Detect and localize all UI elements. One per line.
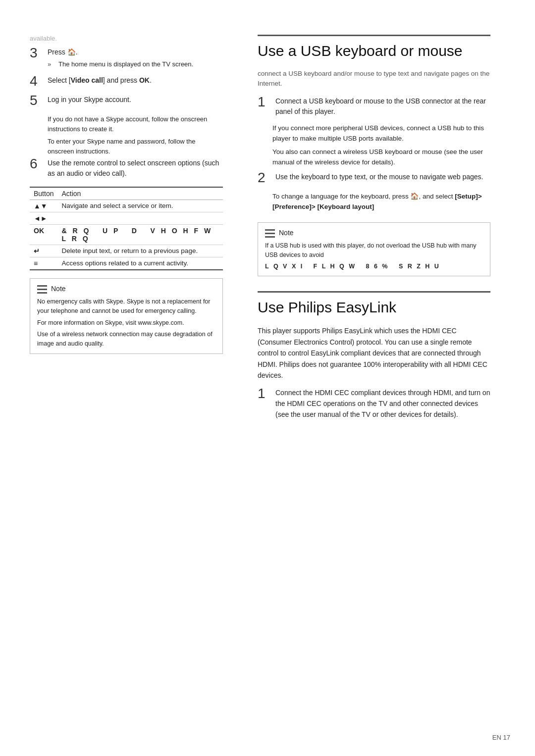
step-3-content: Press 🏠. » The home menu is displayed on… [48, 47, 223, 69]
table-cell-action: Access options related to a current acti… [57, 257, 223, 270]
table-row: ↵ Delete input text, or return to a prev… [30, 245, 223, 257]
table-cell-action: Delete input text, or return to a previo… [57, 245, 223, 257]
home-icon-2: 🏠 [410, 191, 419, 202]
usb-step-1-indent-1: If you connect more peripheral USB devic… [272, 123, 490, 144]
step-6-content: Use the remote control to select onscree… [48, 158, 223, 179]
table-cell-button: ◄► [30, 212, 57, 225]
step-5: 5 Log in your Skype account. [30, 95, 223, 108]
table-cell-button: ≡ [30, 257, 57, 270]
left-column: available. 3 Press 🏠. » The home menu is… [0, 20, 238, 736]
step-5-content: Log in your Skype account. [48, 95, 223, 105]
sub-bullet-arrow: » [48, 59, 58, 69]
step-4: 4 Select [Video call] and press OK. [30, 75, 223, 89]
step-6: 6 Use the remote control to select onscr… [30, 158, 223, 179]
table-cell-action: & R Q U P D V H O H F W L R Q [57, 225, 223, 245]
table-cell-button: ▲▼ [30, 200, 57, 212]
note-label: Note [51, 284, 66, 294]
easylink-intro: This player supports Philips EasyLink wh… [258, 325, 490, 381]
table-cell-button: ↵ [30, 245, 57, 257]
step-3-subbullet: » The home menu is displayed on the TV s… [48, 59, 223, 69]
usb-step-2-indent-1: To change a language for the keyboard, p… [272, 191, 490, 212]
note-line-3: Use of a wireless network connection may… [37, 330, 215, 349]
step-5-indent-1: If you do not have a Skype account, foll… [48, 114, 223, 134]
page: available. 3 Press 🏠. » The home menu is… [0, 0, 535, 756]
footer-text: EN 17 [492, 734, 510, 741]
usb-intro: connect a USB keyboard and/or mouse to t… [258, 69, 490, 89]
faded-available: available. [30, 35, 223, 42]
table-cell-action [57, 212, 223, 225]
table-cell-action: Navigate and select a service or item. [57, 200, 223, 212]
usb-step-1-indent-2: You also can connect a wireless USB keyb… [272, 147, 490, 168]
note-header: Note [37, 284, 215, 294]
step-3-number: 3 [30, 46, 48, 61]
note-icon [37, 285, 47, 293]
easylink-step-1-number: 1 [258, 386, 275, 402]
step-4-number: 4 [30, 74, 48, 89]
easylink-title: Use Philips EasyLink [258, 291, 490, 316]
right-note-line-2: L Q V X I F L H Q W 8 6 % S R Z H U [265, 262, 483, 271]
step-5-number: 5 [30, 93, 48, 108]
step-5-indent-2: To enter your Skype name and password, f… [48, 137, 223, 156]
table-header-button: Button [30, 187, 57, 200]
table-row: OK & R Q U P D V H O H F W L R Q [30, 225, 223, 245]
step-4-content: Select [Video call] and press OK. [48, 75, 223, 86]
usb-step-2: 2 Use the keyboard to type text, or the … [258, 172, 490, 186]
right-note-label: Note [279, 228, 294, 238]
step-6-number: 6 [30, 156, 48, 172]
note-line-1: No emergency calls with Skype. Skype is … [37, 297, 215, 316]
note-line-2: For more information on Skype, visit www… [37, 318, 215, 328]
table-row: ≡ Access options related to a current ac… [30, 257, 223, 270]
usb-section-title: Use a USB keyboard or mouse [258, 35, 490, 60]
usb-step-2-number: 2 [258, 170, 275, 186]
table-header-action: Action [57, 187, 223, 200]
right-note-icon [265, 229, 275, 237]
usb-step-1-number: 1 [258, 95, 275, 110]
right-note-header: Note [265, 228, 483, 238]
note-icon-line3 [37, 292, 47, 294]
sub-bullet-text: The home menu is displayed on the TV scr… [58, 59, 193, 69]
table-row: ▲▼ Navigate and select a service or item… [30, 200, 223, 212]
home-icon: 🏠 [67, 47, 76, 57]
step-3: 3 Press 🏠. » The home menu is displayed … [30, 47, 223, 69]
table-cell-button: OK [30, 225, 57, 245]
easylink-step-1: 1 Connect the HDMI CEC compliant devices… [258, 388, 490, 420]
right-note-icon-line3 [265, 236, 275, 238]
button-action-table: Button Action ▲▼ Navigate and select a s… [30, 187, 223, 270]
table-row: ◄► [30, 212, 223, 225]
usb-step-2-content: Use the keyboard to type text, or the mo… [275, 172, 483, 183]
easylink-section: Use Philips EasyLink This player support… [258, 291, 490, 420]
right-note-line-1: If a USB hub is used with this player, d… [265, 241, 483, 260]
easylink-step-1-content: Connect the HDMI CEC compliant devices t… [275, 388, 490, 420]
usb-step-1-content: Connect a USB keyboard or mouse to the U… [275, 96, 490, 117]
right-column: Use a USB keyboard or mouse connect a US… [238, 20, 515, 736]
left-note-box: Note No emergency calls with Skype. Skyp… [30, 278, 223, 354]
usb-step-1: 1 Connect a USB keyboard or mouse to the… [258, 96, 490, 117]
right-note-box: Note If a USB hub is used with this play… [258, 222, 490, 276]
page-footer: EN 17 [492, 734, 510, 741]
